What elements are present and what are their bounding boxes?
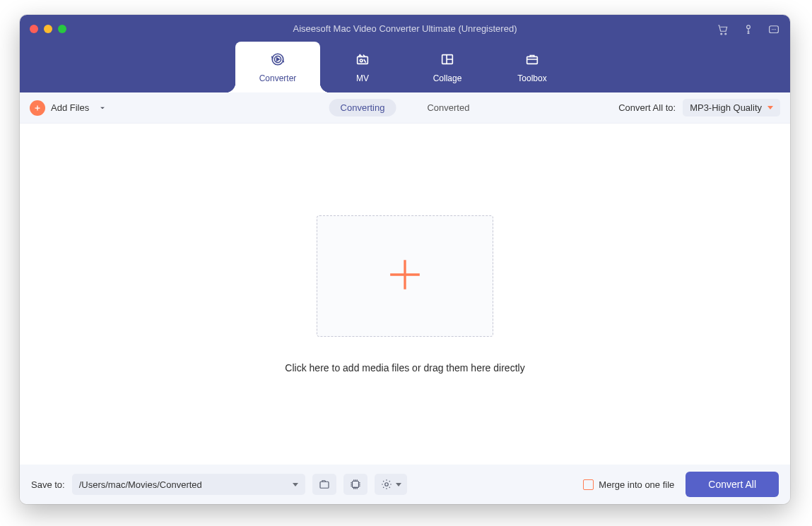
svg-point-6 — [775, 29, 776, 30]
window-title: Aiseesoft Mac Video Converter Ultimate (… — [20, 23, 790, 34]
convert-all-to-label: Convert All to: — [618, 102, 676, 113]
chevron-down-icon — [767, 106, 773, 109]
mv-icon — [355, 52, 370, 69]
save-path-value: /Users/mac/Movies/Converted — [79, 479, 202, 490]
chevron-down-icon — [396, 483, 401, 486]
tab-label: MV — [356, 73, 369, 83]
merge-checkbox[interactable]: Merge into one file — [583, 479, 674, 490]
open-folder-button[interactable] — [312, 474, 336, 495]
app-window: Aiseesoft Mac Video Converter Ultimate (… — [20, 15, 790, 504]
cart-icon[interactable] — [717, 23, 729, 39]
feedback-icon[interactable] — [767, 23, 780, 39]
svg-text:OFF: OFF — [353, 486, 358, 489]
svg-rect-13 — [320, 482, 329, 488]
segment-converted[interactable]: Converted — [416, 99, 481, 116]
add-media-dropzone[interactable] — [317, 215, 493, 337]
plus-icon — [30, 100, 45, 116]
plus-icon — [387, 257, 423, 295]
save-to-label: Save to: — [31, 479, 65, 490]
tab-mv[interactable]: MV — [320, 42, 405, 92]
add-files-button[interactable]: Add Files — [30, 100, 107, 116]
tab-label: Toolbox — [517, 73, 546, 83]
format-value: MP3-High Quality — [690, 102, 762, 113]
hardware-accel-button[interactable]: OFF — [343, 474, 367, 495]
svg-point-0 — [721, 33, 722, 35]
tab-toolbox[interactable]: Toolbox — [490, 42, 575, 92]
tab-label: Collage — [433, 73, 462, 83]
tab-converter[interactable]: Converter — [235, 42, 320, 92]
settings-button[interactable] — [375, 474, 407, 495]
output-format-select[interactable]: MP3-High Quality — [683, 99, 780, 116]
segment-converting[interactable]: Converting — [329, 99, 396, 116]
title-bar: Aiseesoft Mac Video Converter Ultimate (… — [20, 15, 790, 92]
save-path-select[interactable]: /Users/mac/Movies/Converted — [72, 474, 305, 495]
convert-all-button[interactable]: Convert All — [686, 472, 779, 497]
svg-rect-12 — [527, 56, 538, 64]
file-area: Click here to add media files or drag th… — [20, 124, 790, 465]
key-icon[interactable] — [742, 23, 755, 39]
main-tabs: Converter MV Collage — [20, 40, 790, 92]
collage-icon — [440, 52, 455, 69]
svg-point-5 — [773, 29, 774, 30]
dropzone-hint: Click here to add media files or drag th… — [285, 362, 524, 373]
tab-collage[interactable]: Collage — [405, 42, 490, 92]
svg-point-4 — [772, 29, 772, 30]
bottom-bar: Save to: /Users/mac/Movies/Converted OFF… — [20, 465, 790, 504]
status-segment: Converting Converted — [329, 99, 481, 116]
toolbox-icon — [524, 52, 540, 69]
chevron-down-icon[interactable] — [98, 103, 107, 113]
merge-label: Merge into one file — [599, 479, 674, 490]
checkbox-icon — [583, 479, 594, 490]
svg-point-10 — [360, 59, 363, 62]
svg-point-1 — [725, 33, 726, 35]
svg-point-16 — [384, 483, 388, 486]
chevron-down-icon — [293, 483, 298, 486]
add-files-label: Add Files — [51, 102, 89, 113]
tab-label: Converter — [259, 73, 297, 83]
sub-toolbar: Add Files Converting Converted Convert A… — [20, 92, 790, 124]
convert-icon — [270, 52, 286, 69]
svg-point-2 — [747, 25, 751, 29]
